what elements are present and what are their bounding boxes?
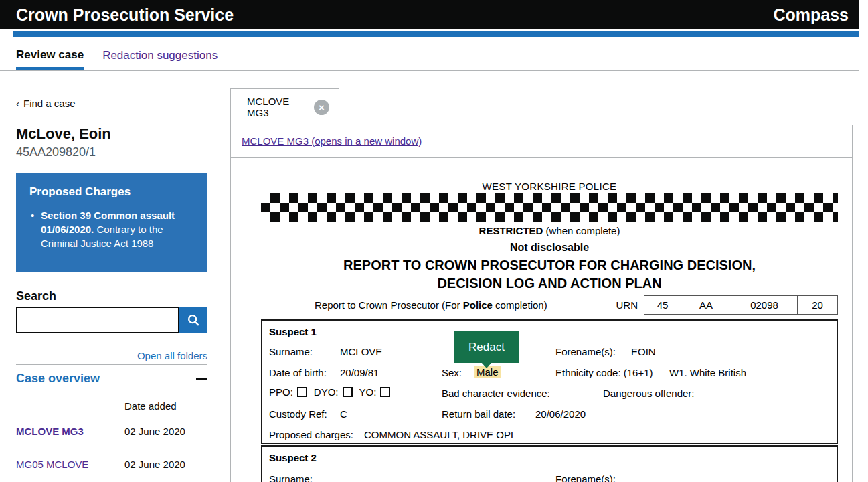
custody-ref-value: C <box>340 408 347 420</box>
bad-character-label: Bad character evidence: <box>442 388 550 399</box>
document-tab[interactable]: MCLOVE MG3 × <box>230 88 339 125</box>
collapse-button[interactable] <box>191 373 207 385</box>
open-in-new-window-link[interactable]: MCLOVE MG3 (opens in a new window) <box>242 135 422 147</box>
proposed-charges-list: Section 39 Common assault 01/06/2020. Co… <box>29 208 194 250</box>
urn-group: URN 45 AA 02098 20 <box>616 295 839 315</box>
app-header: Crown Prosecution Service Compass <box>0 0 859 29</box>
urn-cell: 45 <box>644 296 681 314</box>
open-all-folders-link[interactable]: Open all folders <box>16 350 207 362</box>
back-link-row: ‹Find a case <box>16 98 207 109</box>
search-label: Search <box>16 289 207 303</box>
yo-label: YO: <box>359 386 377 398</box>
yo-checkbox[interactable] <box>380 387 390 397</box>
police-force-title: WEST YORKSHIRE POLICE <box>261 181 838 192</box>
doc-link-mg05-mclove[interactable]: MG05 MCLOVE <box>16 459 88 470</box>
search-button[interactable] <box>179 307 207 333</box>
page-nav: Review case Redaction suggestions <box>0 37 859 71</box>
doc-link-mclove-mg3[interactable]: MCLOVE MG3 <box>16 426 84 437</box>
find-a-case-link[interactable]: Find a case <box>23 98 76 109</box>
checkered-band <box>261 193 838 222</box>
redact-button[interactable]: Redact <box>454 331 519 363</box>
urn-cells: 45 AA 02098 20 <box>644 295 838 315</box>
suspect-1-box: Redact Suspect 1 Surname: MCLOVE Forenam… <box>261 319 838 444</box>
document-title: REPORT TO CROWN PROSECUTOR FOR CHARGING … <box>261 256 838 293</box>
surname-label: Surname: <box>269 473 313 482</box>
urn-row: Report to Crown Prosecutor (For Police c… <box>261 295 838 315</box>
dyo-checkbox[interactable] <box>343 387 353 397</box>
search-icon <box>186 313 201 327</box>
dob-label: Date of birth: <box>269 367 327 378</box>
suspect-2-box: Suspect 2 Surname: Forename(s): <box>261 445 838 482</box>
sidebar: ‹Find a case McLove, Eoin 45AA209820/1 P… <box>16 87 207 477</box>
ppo-label: PPO: <box>269 386 293 398</box>
restricted-line: RESTRICTED (when complete) <box>261 225 838 236</box>
brand-title: Compass <box>773 5 849 25</box>
minus-icon <box>196 378 207 380</box>
dob-value: 20/09/81 <box>340 367 379 378</box>
table-row: MG05 MCLOVE 02 June 2020 <box>16 451 207 477</box>
dangerous-offender-label: Dangerous offender: <box>603 388 695 399</box>
report-subtitle: Report to Crown Prosecutor (For Police c… <box>315 299 547 311</box>
doc-date: 02 June 2020 <box>124 459 185 470</box>
return-bail-value: 20/06/2020 <box>535 408 586 420</box>
urn-cell: 20 <box>797 296 837 314</box>
compass-app: Crown Prosecution Service Compass Review… <box>0 0 868 482</box>
close-icon: × <box>319 102 325 113</box>
case-overview-header: Case overview <box>16 372 207 386</box>
chevron-left-icon: ‹ <box>16 98 19 109</box>
case-number: 45AA209820/1 <box>16 145 207 159</box>
urn-cell: AA <box>681 296 731 314</box>
search-input[interactable] <box>16 307 179 333</box>
not-disclosable: Not disclosable <box>261 242 838 254</box>
doc-date: 02 June 2020 <box>124 426 185 437</box>
proposed-charges-title: Proposed Charges <box>29 185 194 199</box>
date-added-header: Date added <box>124 400 177 412</box>
table-row: MCLOVE MG3 02 June 2020 <box>16 418 207 445</box>
surname-label: Surname: <box>269 346 313 357</box>
flags-group: PPO: DYO: YO: <box>269 386 397 398</box>
forename-label: Forename(s): <box>555 346 616 357</box>
suspect-2-heading: Suspect 2 <box>269 452 317 463</box>
documents-table-header: Date added <box>16 400 207 412</box>
divider <box>16 364 207 365</box>
charge-item: Section 39 Common assault 01/06/2020. Co… <box>29 208 194 250</box>
urn-label: URN <box>616 299 638 311</box>
document-panel: MCLOVE MG3 (opens in a new window) WEST … <box>230 125 853 482</box>
accent-bar <box>13 31 859 37</box>
sex-label: Sex: <box>442 367 462 378</box>
tab-redaction-suggestions[interactable]: Redaction suggestions <box>102 49 218 70</box>
close-tab-button[interactable]: × <box>314 100 329 115</box>
ethnicity-value: W1. White British <box>669 367 746 378</box>
mg3-document: WEST YORKSHIRE POLICE RESTRICTED (when c… <box>231 158 852 482</box>
ethnicity-label: Ethnicity code: (16+1) <box>555 367 653 378</box>
proposed-charges-label: Proposed charges: <box>269 429 353 440</box>
case-overview-title: Case overview <box>16 372 100 386</box>
proposed-charges-value: COMMON ASSAULT, DRIVE OPL <box>364 429 516 440</box>
app-title: Crown Prosecution Service <box>16 5 234 25</box>
tab-review-case[interactable]: Review case <box>16 48 84 70</box>
suspect-1-heading: Suspect 1 <box>269 326 317 337</box>
proposed-charges-box: Proposed Charges Section 39 Common assau… <box>16 173 207 272</box>
forename-value: EOIN <box>631 346 656 357</box>
return-bail-label: Return bail date: <box>442 408 515 420</box>
document-tab-label: MCLOVE MG3 <box>247 96 314 118</box>
open-in-new-window-row: MCLOVE MG3 (opens in a new window) <box>231 125 852 158</box>
ppo-checkbox[interactable] <box>297 387 307 397</box>
surname-value: MCLOVE <box>340 346 382 357</box>
case-name: McLove, Eoin <box>16 125 207 143</box>
search-row <box>16 307 207 333</box>
dyo-label: DYO: <box>314 386 339 398</box>
urn-cell: 02098 <box>731 296 797 314</box>
custody-ref-label: Custody Ref: <box>269 408 327 420</box>
forename-label: Forename(s): <box>555 473 616 482</box>
